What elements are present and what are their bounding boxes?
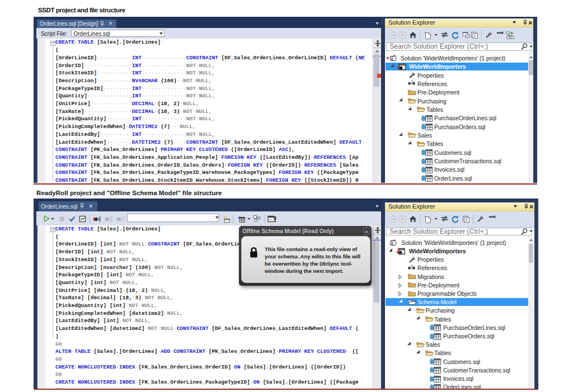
svg-text:8: 8 [391,241,393,246]
svg-text:8: 8 [391,56,393,62]
